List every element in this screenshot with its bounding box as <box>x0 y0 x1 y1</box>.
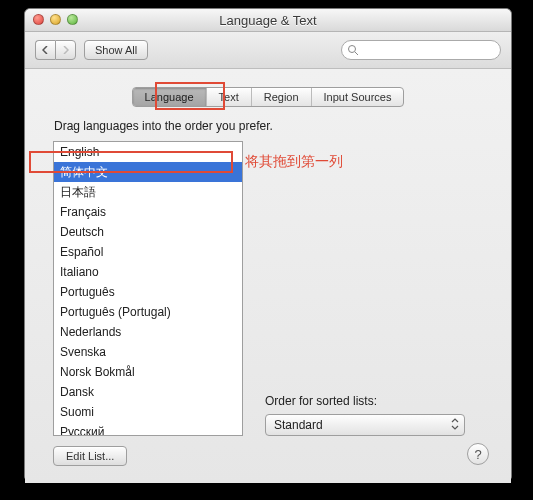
zoom-window-button[interactable] <box>67 14 78 25</box>
language-list[interactable]: English简体中文日本語FrançaisDeutschEspañolItal… <box>53 141 243 436</box>
language-item[interactable]: English <box>54 142 242 162</box>
help-icon: ? <box>474 447 481 462</box>
order-select-value: Standard <box>274 418 323 432</box>
language-item[interactable]: Svenska <box>54 342 242 362</box>
language-item[interactable]: Português <box>54 282 242 302</box>
chevron-left-icon <box>42 46 49 54</box>
minimize-window-button[interactable] <box>50 14 61 25</box>
preferences-window: Language & Text Show All LanguageTextReg… <box>24 8 512 482</box>
help-button[interactable]: ? <box>467 443 489 465</box>
forward-button[interactable] <box>55 40 76 60</box>
tab-text[interactable]: Text <box>207 88 252 106</box>
svg-line-1 <box>355 52 358 55</box>
search-icon <box>347 44 359 56</box>
language-item[interactable]: 日本語 <box>54 182 242 202</box>
annotation-text: 将其拖到第一列 <box>245 153 343 171</box>
language-item[interactable]: 简体中文 <box>54 162 242 182</box>
language-item[interactable]: Norsk Bokmål <box>54 362 242 382</box>
back-button[interactable] <box>35 40 55 60</box>
chevron-right-icon <box>62 46 69 54</box>
close-window-button[interactable] <box>33 14 44 25</box>
updown-icon <box>450 417 460 434</box>
titlebar: Language & Text <box>25 9 511 32</box>
tab-region[interactable]: Region <box>252 88 312 106</box>
tab-bar: LanguageTextRegionInput Sources <box>132 87 405 107</box>
language-item[interactable]: Español <box>54 242 242 262</box>
language-item[interactable]: Français <box>54 202 242 222</box>
order-label: Order for sorted lists: <box>265 394 377 408</box>
edit-list-button[interactable]: Edit List... <box>53 446 127 466</box>
language-item[interactable]: Deutsch <box>54 222 242 242</box>
language-item[interactable]: Suomi <box>54 402 242 422</box>
show-all-button[interactable]: Show All <box>84 40 148 60</box>
language-item[interactable]: Nederlands <box>54 322 242 342</box>
drag-instruction: Drag languages into the order you prefer… <box>54 119 491 133</box>
language-item[interactable]: Русский <box>54 422 242 436</box>
tab-input-sources[interactable]: Input Sources <box>312 88 404 106</box>
language-item[interactable]: Português (Portugal) <box>54 302 242 322</box>
nav-segment <box>35 40 76 60</box>
content-area: LanguageTextRegionInput Sources Drag lan… <box>25 69 511 483</box>
toolbar: Show All <box>25 32 511 69</box>
order-select[interactable]: Standard <box>265 414 465 436</box>
window-title: Language & Text <box>25 13 511 28</box>
language-item[interactable]: Dansk <box>54 382 242 402</box>
svg-point-0 <box>349 46 356 53</box>
search-field[interactable] <box>341 40 501 60</box>
language-item[interactable]: Italiano <box>54 262 242 282</box>
tab-language[interactable]: Language <box>133 88 207 106</box>
